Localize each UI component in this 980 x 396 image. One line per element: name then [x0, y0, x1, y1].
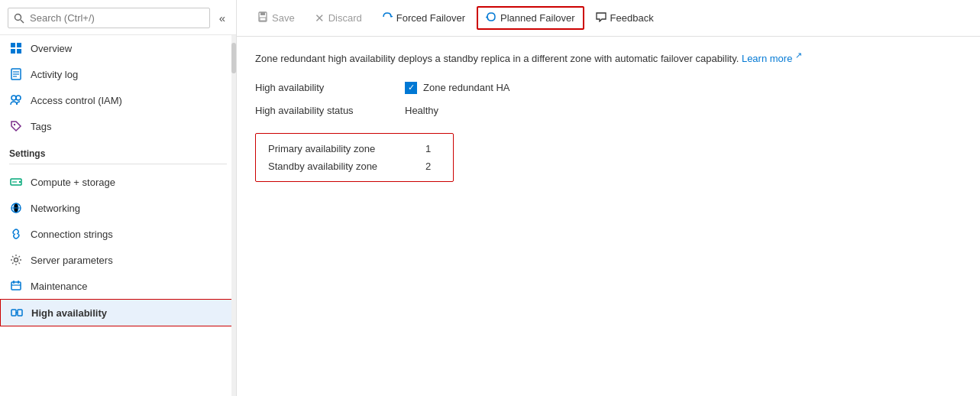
connection-strings-icon	[9, 227, 23, 241]
svg-rect-23	[18, 310, 22, 316]
settings-section-label: Settings	[0, 139, 236, 162]
planned-failover-label: Planned Failover	[500, 12, 575, 24]
high-availability-icon	[10, 306, 24, 320]
compute-storage-icon	[9, 175, 23, 189]
overview-icon	[9, 41, 23, 55]
content-area: Zone redundant high availability deploys…	[237, 37, 980, 396]
activity-log-icon	[9, 67, 23, 81]
learn-more-link[interactable]: Learn more ↗	[742, 53, 802, 64]
forced-failover-icon	[382, 11, 393, 24]
sidebar-item-activity-log[interactable]: Activity log	[0, 61, 236, 87]
sidebar-item-label: Server parameters	[31, 255, 113, 266]
forced-failover-button[interactable]: Forced Failover	[374, 7, 474, 29]
ha-status-label: High availability status	[255, 105, 393, 116]
save-icon	[257, 11, 268, 24]
sidebar-item-maintenance[interactable]: Maintenance	[0, 273, 236, 299]
sidebar-item-server-parameters[interactable]: Server parameters	[0, 247, 236, 273]
ha-status-value: Healthy	[405, 105, 438, 116]
svg-point-17	[15, 258, 18, 262]
toolbar: Save ✕ Discard Forced Failover Planned F…	[237, 0, 980, 37]
save-label: Save	[272, 12, 295, 24]
planned-failover-icon	[486, 11, 496, 24]
svg-point-12	[19, 181, 21, 183]
sidebar-item-label: Activity log	[31, 69, 78, 80]
svg-rect-22	[11, 310, 16, 316]
forced-failover-label: Forced Failover	[396, 12, 465, 24]
planned-failover-button[interactable]: Planned Failover	[477, 6, 584, 30]
high-availability-value: ✓ Zone redundant HA	[405, 82, 509, 94]
ha-checkbox[interactable]: ✓	[405, 82, 417, 94]
sidebar-item-label: Access control (IAM)	[31, 95, 122, 106]
svg-point-8	[11, 96, 16, 100]
zone-box: Primary availability zone 1 Standby avai…	[255, 133, 454, 182]
sidebar-item-compute-storage[interactable]: Compute + storage	[0, 169, 236, 195]
search-input[interactable]	[8, 8, 210, 28]
svg-point-9	[16, 96, 21, 100]
settings-divider	[9, 164, 227, 164]
svg-rect-26	[260, 12, 265, 15]
feedback-icon	[596, 11, 606, 24]
save-button[interactable]: Save	[249, 7, 303, 29]
discard-button[interactable]: ✕ Discard	[306, 7, 370, 30]
sidebar-item-overview[interactable]: Overview	[0, 35, 236, 61]
networking-icon	[9, 201, 23, 215]
standby-zone-row: Standby availability zone 2	[268, 161, 441, 172]
svg-point-10	[14, 124, 15, 125]
svg-rect-0	[11, 43, 15, 47]
primary-zone-value: 1	[425, 143, 431, 154]
maintenance-icon	[9, 279, 23, 293]
feedback-label: Feedback	[610, 12, 654, 24]
sidebar-item-label: Connection strings	[31, 229, 113, 240]
sidebar: « Overview Activity log	[0, 0, 237, 396]
sidebar-item-label: High availability	[31, 307, 107, 319]
svg-rect-1	[17, 43, 21, 47]
sidebar-item-connection-strings[interactable]: Connection strings	[0, 221, 236, 247]
standby-zone-label: Standby availability zone	[268, 161, 413, 172]
sidebar-item-label: Overview	[31, 43, 72, 54]
sidebar-item-label: Networking	[31, 203, 80, 214]
svg-rect-27	[260, 18, 266, 21]
feedback-button[interactable]: Feedback	[587, 7, 662, 29]
discard-icon: ✕	[315, 11, 325, 25]
sidebar-item-label: Maintenance	[31, 281, 87, 292]
discard-label: Discard	[328, 12, 362, 24]
sidebar-item-networking[interactable]: Networking	[0, 195, 236, 221]
info-text: Zone redundant high availability deploys…	[255, 49, 962, 67]
ha-status-field-row: High availability status Healthy	[255, 105, 962, 116]
primary-zone-row: Primary availability zone 1	[268, 143, 441, 154]
sidebar-item-label: Tags	[31, 121, 51, 132]
search-bar: «	[0, 0, 236, 35]
svg-rect-2	[11, 49, 15, 54]
svg-rect-18	[11, 282, 21, 290]
sidebar-nav: Overview Activity log Access control (IA…	[0, 35, 236, 326]
tags-icon	[9, 119, 23, 133]
sidebar-item-tags[interactable]: Tags	[0, 113, 236, 139]
high-availability-field-row: High availability ✓ Zone redundant HA	[255, 82, 962, 94]
access-control-icon	[9, 93, 23, 107]
ha-value-text: Zone redundant HA	[423, 82, 509, 93]
sidebar-item-access-control[interactable]: Access control (IAM)	[0, 87, 236, 113]
sidebar-item-high-availability[interactable]: High availability	[0, 299, 236, 326]
primary-zone-label: Primary availability zone	[268, 143, 413, 154]
high-availability-label: High availability	[255, 82, 393, 93]
main-content: Save ✕ Discard Forced Failover Planned F…	[237, 0, 980, 396]
server-parameters-icon	[9, 253, 23, 267]
sidebar-item-label: Compute + storage	[31, 177, 115, 188]
standby-zone-value: 2	[425, 161, 431, 172]
collapse-button[interactable]: «	[216, 10, 228, 26]
svg-rect-3	[17, 49, 21, 54]
